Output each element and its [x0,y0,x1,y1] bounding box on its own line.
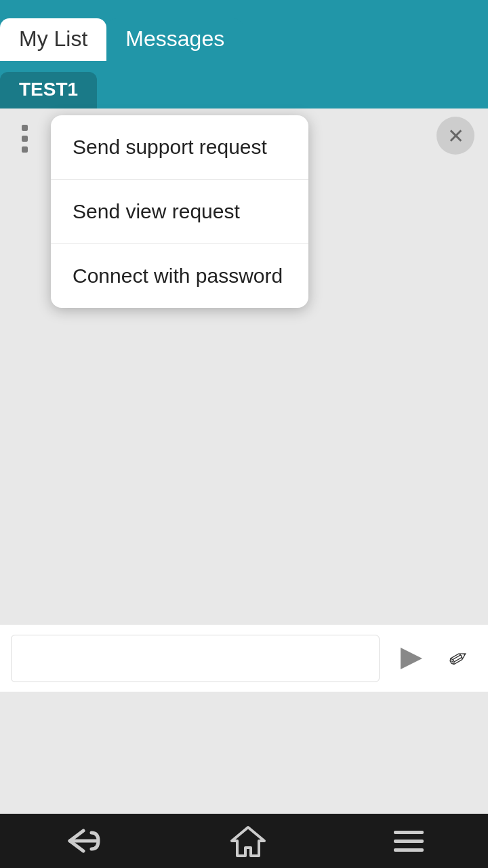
main-content: ✕ Send support request Send view request… [0,108,488,746]
message-input[interactable] [11,635,380,682]
hamburger-icon [394,831,424,852]
top-tab-bar: My List Messages [0,0,488,61]
back-icon [64,827,102,854]
menu-item-connect-password[interactable]: Connect with password [51,244,308,308]
menu-item-send-view[interactable]: Send view request [51,180,308,244]
nav-bar [0,814,488,868]
overflow-menu-button[interactable] [16,119,33,158]
svg-marker-0 [232,827,264,856]
send-button[interactable] [385,634,434,683]
dropdown-menu: Send support request Send view request C… [51,115,308,308]
menu-nav-button[interactable] [394,831,424,852]
overflow-dot-3 [22,146,28,153]
home-icon [230,825,266,857]
back-button[interactable] [64,827,102,854]
overflow-dot-2 [22,136,28,142]
sub-tab-test1[interactable]: TEST1 [0,72,97,108]
menu-item-send-support[interactable]: Send support request [51,115,308,180]
tab-my-list[interactable]: My List [0,18,106,61]
sub-tab-bar: TEST1 [0,61,488,108]
bottom-input-bar: ✏ [0,624,488,692]
close-button[interactable]: ✕ [436,117,474,155]
send-icon [401,648,422,669]
pencil-icon: ✏ [443,642,473,675]
tab-messages[interactable]: Messages [106,18,243,61]
edit-button[interactable]: ✏ [434,634,483,683]
home-button[interactable] [230,825,266,857]
overflow-dot-1 [22,125,28,131]
